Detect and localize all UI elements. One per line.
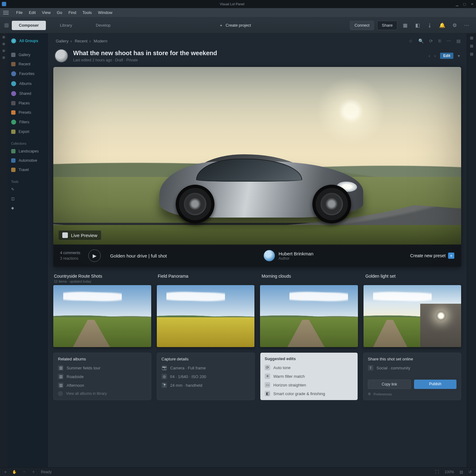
copy-icon[interactable]: ⎘ [439,38,441,43]
menu-window[interactable]: Window [97,10,113,15]
sidebar-item-gallery[interactable]: Gallery [7,50,47,60]
layers-icon[interactable]: ▤ [460,470,463,474]
list-item[interactable]: ⟳Auto tone [265,365,353,370]
thumbnail[interactable] [157,285,255,347]
sidebar-item-travel[interactable]: Travel [7,165,47,174]
create-preset-button[interactable]: Create new preset + [410,253,454,259]
chevron-left-icon[interactable]: ‹ [429,53,430,58]
create-project-action[interactable]: ＋ Create project [216,21,254,29]
menu-view[interactable]: View [41,10,51,15]
sidebar-item-albums[interactable]: Albums [7,79,47,89]
author-avatar[interactable] [55,49,68,63]
hero-play-button[interactable]: ▶ [88,249,101,262]
hero-image[interactable]: Live Preview 4 comments 3 reactions ▶ Go… [53,67,461,267]
thumbnail[interactable] [260,285,358,347]
list-item[interactable]: ▭Horizon straighten [265,382,353,388]
right-rail-item[interactable] [470,53,473,56]
breadcrumb-a[interactable]: Gallery [56,39,68,43]
list-item[interactable]: ▥Summer fields tour [58,365,147,371]
mini-rail-item[interactable] [2,36,5,38]
copy-link-button[interactable]: Copy link [368,380,411,389]
article-title: What the new shoot has in store for the … [73,50,217,57]
menu-hamburger-icon[interactable] [3,11,9,15]
tab-composer[interactable]: Composer [12,21,46,30]
refresh-icon[interactable]: ⟳ [429,38,433,43]
sidebar-item-label: Travel [19,168,29,172]
sidebar-item-filters[interactable]: Filters [7,117,47,127]
sidebar-item-places[interactable]: Places [7,99,47,108]
menu-tools[interactable]: Tools [82,10,92,15]
thumb-row-headers: Countryside Route Shots 12 items · updat… [54,274,461,283]
minimize-icon[interactable]: ▁ [455,2,459,6]
workspace-icon[interactable] [4,23,9,28]
more-icon[interactable]: ⋯ [447,38,451,43]
menu-edit[interactable]: Edit [28,10,36,15]
share-preferences[interactable]: Preferences [373,392,392,396]
mini-rail-item[interactable] [2,43,5,45]
hero-chip[interactable]: Live Preview [58,230,101,240]
tab-library[interactable]: Library [49,21,83,30]
mini-rail-item[interactable] [2,56,5,59]
sidebar-item-shared[interactable]: Shared [7,89,47,99]
sidebar-tool-crop[interactable]: ◫ [7,194,47,203]
sidebar-item-export[interactable]: Export [7,127,47,136]
list-item[interactable]: ▥Afternoon [58,382,147,388]
sidebar-all-groups[interactable]: All Groups [7,36,47,46]
menu-go[interactable]: Go [56,10,63,15]
right-rail-item[interactable] [470,37,473,40]
sidebar-item-automotive[interactable]: Automotive [7,156,47,165]
zoom-out-icon[interactable]: － [22,469,26,474]
tab-develop[interactable]: Develop [86,21,120,30]
sidebar-item-recent[interactable]: Recent [7,60,47,69]
grid-icon[interactable]: ▦ [400,21,410,30]
sidebar-tool-brush[interactable]: ✎ [7,185,47,194]
star-icon [11,71,16,76]
close-icon[interactable]: ✕ [470,2,474,6]
gear-icon[interactable]: ⚙ [368,392,371,396]
history-icon[interactable]: ↺ [469,470,472,474]
breadcrumb-c[interactable]: Modern [94,39,107,43]
list-item[interactable]: ☀Warm filter match [265,373,353,379]
edit-badge[interactable]: Edit [440,53,453,59]
layout-icon[interactable]: ◧ [413,21,422,30]
sidebar-item-landscapes[interactable]: Landscapes [7,147,47,156]
maximize-icon[interactable]: ▢ [462,2,467,6]
sidebar-item-favorites[interactable]: Favorites [7,69,47,79]
list-item[interactable]: ◧Smart color grade & finishing [265,391,353,396]
menu-file[interactable]: File [15,10,23,15]
settings-icon[interactable]: ⚙ [450,21,459,30]
bookmark-icon[interactable]: ☆ [409,38,413,43]
app-icon [2,2,6,6]
zoom-in-icon[interactable]: ＋ [32,469,35,474]
panel-icon[interactable]: ▤ [456,38,461,43]
pointer-icon[interactable]: ⌖ [4,470,7,474]
menu-find[interactable]: Find [68,10,77,15]
list-item[interactable]: ▥Roadside [58,374,147,379]
thumbnail[interactable] [53,285,151,347]
crop-icon: ◫ [11,196,15,201]
meta-card-share: Share this shot set online ⇪Social · com… [363,353,461,400]
thumbnail[interactable] [364,285,461,347]
publish-button[interactable]: Publish [414,380,456,389]
mini-rail-item[interactable] [2,50,5,52]
bell-icon[interactable]: 🔔 [438,21,447,30]
chevron-right-icon[interactable]: › [434,53,436,58]
hand-icon[interactable]: ✋ [12,470,17,474]
kebab-icon[interactable]: ⋯ [462,21,472,30]
right-rail-item[interactable] [470,45,473,48]
download-icon[interactable]: ⭳ [425,21,434,30]
presets-icon [11,110,15,115]
share-button[interactable]: Share [377,21,397,30]
connect-button[interactable]: Connect [350,21,374,30]
meta-card-footer[interactable]: View all albums in library [66,391,107,396]
breadcrumb-b[interactable]: Recent [75,39,87,43]
meta-card-capture: Capture details 📷Camera · Full frame ◎f/… [157,353,255,400]
hero-author[interactable]: Hubert Brinkman Author [264,250,314,261]
fit-icon[interactable]: ⛶ [435,470,439,474]
article-header: What the new shoot has in store for the … [53,46,461,67]
chevron-down-icon[interactable]: ▾ [458,53,460,58]
sidebar-tool-shapes[interactable]: ◆ [7,203,47,213]
sidebar-item-presets[interactable]: Presets [7,108,47,117]
search-icon[interactable]: 🔍 [418,38,424,43]
thumbnail-row [53,285,461,347]
